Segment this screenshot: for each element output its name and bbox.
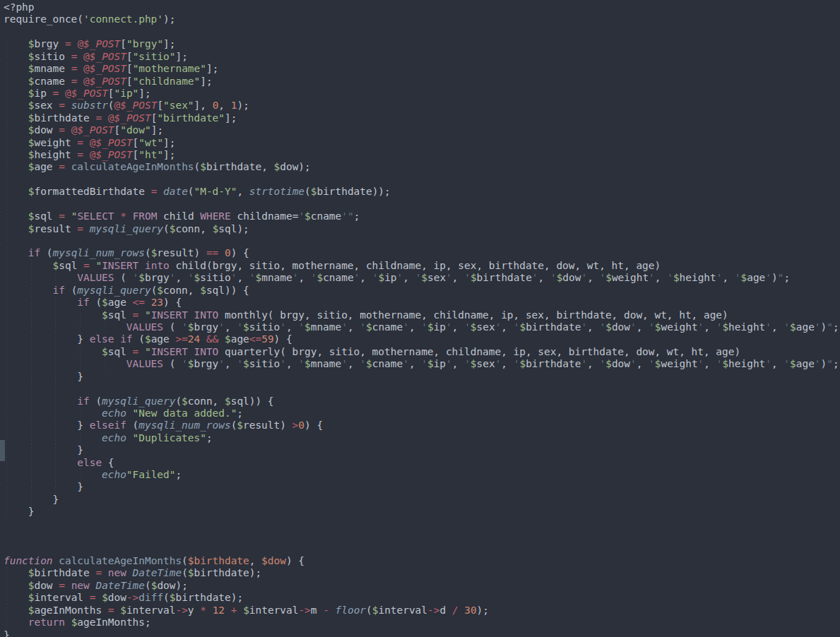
code-token: [126, 432, 133, 443]
code-line[interactable]: echo "Duplicates";: [4, 432, 840, 444]
code-token: [138, 260, 145, 271]
indent-guide: [6, 371, 7, 383]
code-line[interactable]: [4, 198, 840, 210]
code-line[interactable]: function calculateAgeInMonths($birthdate…: [4, 555, 840, 567]
code-line[interactable]: $ip = @$_POST["ip"];: [4, 88, 840, 100]
code-line[interactable]: }: [4, 494, 840, 506]
code-line[interactable]: } elseif (mysqli_num_rows($result) >0) {: [4, 419, 840, 431]
code-token: [145, 186, 151, 197]
code-line[interactable]: }: [4, 629, 840, 637]
code-line[interactable]: $sql = "INSERT into child(brgy, sitio, m…: [4, 260, 840, 272]
code-line[interactable]: }: [4, 371, 840, 383]
code-line[interactable]: VALUES ( '$brgy', '$sitio', '$mname', '$…: [4, 358, 840, 370]
indent-guide: [31, 333, 32, 345]
code-line[interactable]: if ($age <= 23) {: [4, 297, 840, 309]
code-token: );: [163, 13, 175, 25]
code-token: $: [471, 358, 477, 369]
code-line[interactable]: [4, 235, 840, 247]
indent-guide: [6, 506, 7, 518]
code-token: ,: [237, 186, 249, 197]
code-line[interactable]: return $ageInMonths;: [4, 617, 840, 629]
code-line[interactable]: [4, 543, 840, 555]
indent-guide: [105, 321, 105, 333]
code-line[interactable]: $brgy = @$_POST["brgy"];: [4, 38, 840, 50]
code-line[interactable]: [4, 530, 840, 542]
code-line[interactable]: $age = calculateAgeInMonths($birthdate, …: [4, 161, 840, 173]
indent-guide: [31, 481, 32, 493]
code-token: ) {: [304, 419, 323, 431]
code-line[interactable]: $interval = $dow->diff($birthdate);: [4, 592, 840, 604]
code-token: sex: [477, 321, 495, 333]
code-token: [126, 567, 133, 578]
code-line[interactable]: if (mysqli_query($conn, $sql)) {: [4, 285, 840, 297]
code-line[interactable]: $mname = @$_POST["mothername"];: [4, 63, 840, 75]
code-line[interactable]: if (mysqli_num_rows($result) == 0) {: [4, 247, 840, 259]
code-token: [83, 223, 90, 234]
code-line[interactable]: $sql = "SELECT * FROM child WHERE childn…: [4, 210, 840, 222]
code-line[interactable]: echo"Failed";: [4, 469, 840, 481]
indent-guide: [55, 333, 56, 345]
code-line[interactable]: }: [4, 481, 840, 493]
code-token: ': [403, 321, 409, 333]
code-line[interactable]: echo "New data added.";: [4, 407, 840, 419]
code-line[interactable]: $birthdate = @$_POST["birthdate"];: [4, 112, 840, 124]
code-editor[interactable]: <?phprequire_once('connect.php'); $brgy …: [0, 0, 840, 637]
code-line[interactable]: }: [4, 506, 840, 518]
code-line[interactable]: $cname = @$_POST["childname"];: [4, 76, 840, 88]
code-token: [65, 51, 71, 62]
code-token: INTO: [194, 309, 219, 321]
code-line[interactable]: }: [4, 444, 840, 456]
indent-guide: [80, 358, 81, 370]
code-line[interactable]: $weight = @$_POST["wt"];: [4, 137, 840, 149]
code-token: =: [95, 112, 102, 124]
indent-guide: [55, 309, 56, 321]
code-token: ,: [452, 272, 464, 283]
code-token: SELECT: [77, 210, 114, 222]
code-token: "Failed": [126, 469, 176, 480]
code-line[interactable]: $formattedBirthdate = date("M-d-Y", strt…: [4, 186, 840, 198]
code-token: [65, 210, 71, 222]
code-line[interactable]: $result = mysqli_query($conn, $sql);: [4, 223, 840, 235]
indent-guide: [6, 395, 7, 407]
code-token: ': [446, 272, 452, 283]
code-line[interactable]: } else if ($age >=24 && $age<=59) {: [4, 333, 840, 345]
code-line[interactable]: [4, 518, 840, 530]
code-line[interactable]: [4, 174, 840, 186]
indent-guide: [31, 407, 32, 419]
code-token: age: [231, 333, 249, 345]
code-token: 0: [225, 247, 231, 258]
code-token: $: [722, 358, 728, 369]
code-token: $: [317, 272, 323, 283]
code-line[interactable]: else {: [4, 457, 840, 469]
code-line[interactable]: $sitio = @$_POST["sitio"];: [4, 51, 840, 63]
code-line[interactable]: $sql = "INSERT INTO monthly( brgy, sitio…: [4, 309, 840, 321]
code-token: [4, 38, 28, 49]
code-token: $: [605, 358, 612, 369]
indent-guide: [6, 494, 7, 506]
code-token: $: [304, 210, 311, 222]
code-line[interactable]: $dow = @$_POST["dow"];: [4, 124, 840, 136]
code-line[interactable]: [4, 383, 840, 395]
code-line[interactable]: $sql = "INSERT INTO quarterly( brgy, sit…: [4, 346, 840, 358]
code-line[interactable]: VALUES ( '$brgy', '$sitio', '$mname', '$…: [4, 272, 840, 284]
code-token: <=: [249, 333, 261, 345]
code-token: ): [821, 321, 827, 333]
code-token: age: [34, 161, 52, 172]
code-line[interactable]: $dow = new DateTime($dow);: [4, 580, 840, 592]
code-line[interactable]: <?php: [4, 1, 840, 13]
code-line[interactable]: [4, 26, 840, 38]
code-line[interactable]: $height = @$_POST["ht"];: [4, 149, 840, 161]
code-token: (: [114, 272, 132, 283]
indent-guide: [55, 457, 56, 469]
code-line[interactable]: $ageInMonths = $interval->y * 12 + $inte…: [4, 605, 840, 617]
code-line[interactable]: VALUES ( '$brgy', '$sitio', '$mname', '$…: [4, 321, 840, 333]
code-token: [4, 469, 102, 480]
code-token: $: [237, 419, 243, 431]
code-line[interactable]: $birthdate = new DateTime($birthdate);: [4, 567, 840, 579]
code-line[interactable]: if (mysqli_query($conn, $sql)) {: [4, 395, 840, 407]
code-token: ': [341, 210, 348, 222]
code-line[interactable]: require_once('connect.php');: [4, 13, 840, 25]
code-line[interactable]: $sex = substr(@$_POST["sex"], 0, 1);: [4, 100, 840, 112]
indent-guide: [31, 358, 32, 370]
scrollbar-thumb[interactable]: [0, 440, 5, 461]
